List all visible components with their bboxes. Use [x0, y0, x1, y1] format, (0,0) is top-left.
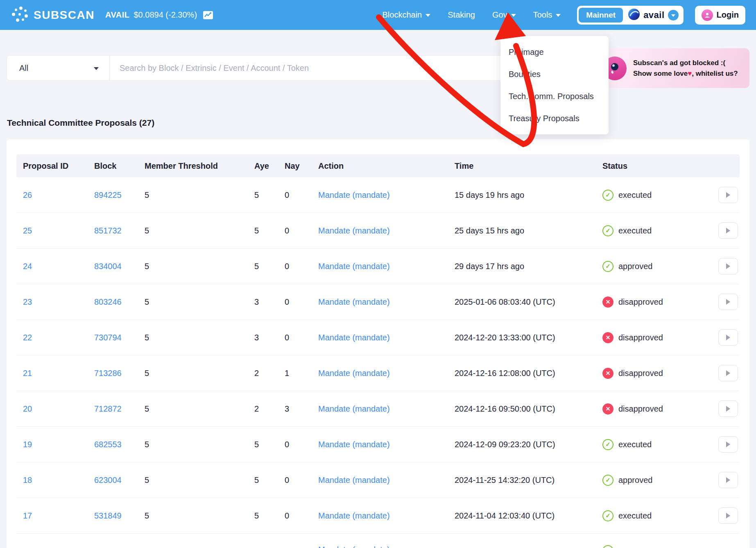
status-badge: disapproved — [602, 332, 705, 343]
aye-count: 5 — [254, 511, 259, 520]
time-value: 2024-12-09 09:23:20 (UTC) — [455, 440, 555, 449]
status-text: approved — [618, 476, 652, 485]
nay-count: 0 — [285, 333, 289, 342]
table-row: 23 803246 5 3 0 Mandate (mandate) 2025-0… — [16, 284, 740, 320]
table-row: 20 712872 5 2 3 Mandate (mandate) 2024-1… — [16, 391, 740, 427]
table-row: 18 623004 5 5 0 Mandate (mandate) 2024-1… — [16, 462, 740, 498]
status-badge: executed — [602, 225, 705, 236]
block-link[interactable]: 712872 — [94, 404, 122, 413]
action-link[interactable]: Mandate (mandate) — [318, 226, 390, 235]
nav-tools-label: Tools — [533, 10, 552, 20]
member-threshold-value: 5 — [145, 404, 149, 413]
nay-count: 0 — [285, 190, 289, 199]
menu-item-bounties[interactable]: Bounties — [500, 63, 609, 85]
aye-count: 2 — [254, 369, 259, 378]
expand-row-button[interactable] — [718, 187, 738, 203]
col-proposal-id: Proposal ID — [23, 161, 94, 171]
expand-row-button[interactable] — [718, 222, 738, 239]
block-link[interactable]: 623004 — [94, 476, 122, 485]
subscan-logo[interactable]: SUBSCAN — [11, 6, 95, 25]
table-row: 21 713286 5 2 1 Mandate (mandate) 2024-1… — [16, 356, 740, 391]
caret-right-icon — [726, 192, 730, 198]
action-link[interactable]: Mandate (mandate) — [318, 511, 390, 520]
expand-row-button[interactable] — [718, 294, 738, 310]
block-link[interactable]: 531849 — [94, 511, 122, 520]
status-badge: executed — [602, 510, 705, 521]
member-threshold-value: 5 — [145, 333, 149, 342]
status-icon — [602, 332, 613, 343]
block-link[interactable]: 803246 — [94, 297, 122, 306]
nay-count: 0 — [285, 226, 289, 235]
subscan-logo-icon — [11, 6, 29, 25]
nav-staking[interactable]: Staking — [448, 10, 475, 20]
expand-row-button[interactable] — [718, 258, 738, 274]
proposal-id-link[interactable]: 26 — [23, 190, 32, 199]
mainnet-button[interactable]: Mainnet — [579, 8, 623, 23]
table-row: 22 730794 5 3 0 Mandate (mandate) 2024-1… — [16, 320, 740, 356]
search-filter-select[interactable]: All — [7, 56, 110, 80]
action-link[interactable]: Mandate (mandate) — [318, 476, 390, 485]
expand-row-button[interactable] — [718, 507, 738, 524]
chevron-down-icon — [94, 67, 99, 70]
time-value: 2024-11-25 14:32:20 (UTC) — [455, 476, 555, 485]
table-row: 19 682553 5 5 0 Mandate (mandate) 2024-1… — [16, 427, 740, 462]
block-link[interactable]: 713286 — [94, 369, 122, 378]
col-member-threshold: Member Threshold — [145, 161, 254, 171]
expand-row-button[interactable] — [718, 365, 738, 381]
col-action: Action — [318, 161, 455, 171]
proposal-id-link[interactable]: 22 — [23, 333, 32, 342]
action-link[interactable]: Mandate (mandate) — [318, 369, 390, 378]
network-selector[interactable]: avail — [628, 8, 681, 22]
proposal-id-link[interactable]: 18 — [23, 476, 32, 485]
proposals-table-card: Proposal ID Block Member Threshold Aye N… — [7, 139, 749, 548]
expand-row-button[interactable] — [718, 329, 738, 346]
expand-row-button[interactable] — [718, 436, 738, 453]
time-value: 15 days 19 hrs ago — [455, 190, 524, 199]
nav-tools[interactable]: Tools — [533, 10, 561, 20]
menu-item-tech-comm-proposals[interactable]: Tech. comm. Proposals — [500, 85, 609, 107]
price-chart-icon[interactable] — [203, 10, 213, 20]
menu-item-treasury-proposals[interactable]: Treasury Proposals — [500, 107, 609, 129]
action-link[interactable]: Mandate (mandate) — [318, 190, 390, 199]
member-threshold-value: 5 — [145, 476, 149, 485]
expand-row-button[interactable] — [718, 472, 738, 488]
action-link[interactable]: Mandate (mandate) — [318, 262, 390, 271]
proposal-id-link[interactable]: 25 — [23, 226, 32, 235]
nay-count: 0 — [285, 476, 289, 485]
proposal-id-link[interactable]: 19 — [23, 440, 32, 449]
block-link[interactable]: 730794 — [94, 333, 122, 342]
table-row: 24 834004 5 5 0 Mandate (mandate) 29 day… — [16, 249, 740, 284]
nav-gov[interactable]: Gov — [492, 10, 516, 20]
expand-row-button[interactable] — [718, 401, 738, 417]
action-link[interactable]: Mandate (mandate) — [318, 297, 390, 306]
avail-logo-icon — [628, 8, 640, 22]
block-link[interactable]: 682553 — [94, 440, 122, 449]
login-button[interactable]: Login — [695, 6, 745, 25]
network-chevron-icon[interactable] — [668, 10, 679, 20]
search-filter-value: All — [19, 63, 28, 73]
nav-blockchain[interactable]: Blockchain — [383, 10, 431, 20]
proposal-id-link[interactable]: 24 — [23, 262, 32, 271]
aye-count: 5 — [254, 476, 259, 485]
proposal-id-link[interactable]: 17 — [23, 511, 32, 520]
action-link[interactable]: Mandate (mandate) — [318, 333, 390, 342]
nay-count: 0 — [285, 511, 289, 520]
action-link[interactable]: Mandate (mandate) — [318, 545, 390, 548]
brand-name: SUBSCAN — [34, 9, 95, 22]
proposal-id-link[interactable]: 21 — [23, 369, 32, 378]
ad-banner[interactable]: Subscan's ad got blocked :( Show some lo… — [596, 48, 749, 88]
proposal-id-link[interactable]: 23 — [23, 297, 32, 306]
user-avatar-icon — [702, 9, 713, 21]
action-link[interactable]: Mandate (mandate) — [318, 404, 390, 413]
status-text: executed — [618, 440, 652, 449]
block-link[interactable]: 894225 — [94, 190, 122, 199]
proposal-id-link[interactable]: 20 — [23, 404, 32, 413]
status-text: disapproved — [618, 297, 663, 307]
action-link[interactable]: Mandate (mandate) — [318, 440, 390, 449]
chevron-down-icon — [511, 14, 516, 17]
block-link[interactable]: 834004 — [94, 262, 122, 271]
block-link[interactable]: 851732 — [94, 226, 122, 235]
member-threshold-value: 5 — [145, 262, 149, 271]
menu-item-preimage[interactable]: Preimage — [500, 41, 609, 63]
aye-count: 2 — [254, 404, 259, 413]
